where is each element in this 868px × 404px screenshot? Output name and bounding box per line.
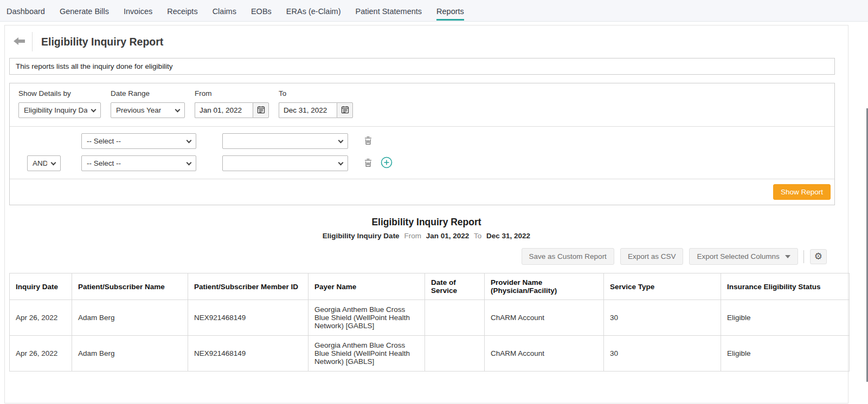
arrow-left-icon xyxy=(14,37,25,47)
trash-icon xyxy=(364,136,372,147)
cell-provider-name: ChARM Account xyxy=(485,300,604,336)
condition-1-delete-button[interactable] xyxy=(364,136,372,147)
date-range-select[interactable]: Previous Year xyxy=(111,102,185,118)
subtitle-from-value: Jan 01, 2022 xyxy=(426,232,470,240)
chevron-down-icon xyxy=(175,107,181,112)
col-date-of-service: Date of Service xyxy=(425,273,485,300)
condition-2-value-select[interactable] xyxy=(222,155,348,171)
date-range-group: Date Range Previous Year xyxy=(111,89,185,118)
cell-date-of-service xyxy=(425,336,485,372)
report-description: This reports lists all the inquiry done … xyxy=(9,58,835,75)
condition-1-value-select[interactable] xyxy=(222,133,348,149)
from-date-input[interactable] xyxy=(195,102,253,118)
date-range-label: Date Range xyxy=(111,89,185,97)
nav-item-generate-bills[interactable]: Generate Bills xyxy=(60,1,109,21)
filter-conditions: -- Select -- xyxy=(10,127,834,179)
cell-inquiry-date: Apr 26, 2022 xyxy=(10,336,72,372)
to-label: To xyxy=(279,89,353,97)
export-selected-columns-button[interactable]: Export Selected Columns xyxy=(689,248,798,265)
col-service-type: Service Type xyxy=(604,273,721,300)
from-calendar-button[interactable] xyxy=(253,102,269,118)
subtitle-to-label: To xyxy=(474,232,481,240)
table-row: Apr 26, 2022 Adam Berg NEX921468149 Geor… xyxy=(10,300,850,336)
calendar-icon xyxy=(257,106,265,115)
to-date-group: To xyxy=(279,89,353,118)
col-inquiry-date: Inquiry Date xyxy=(10,273,72,300)
cell-member-id: NEX921468149 xyxy=(188,300,308,336)
eligibility-report-table: Inquiry Date Patient/Subscriber Name Pat… xyxy=(9,273,850,372)
gear-icon: ⚙ xyxy=(814,251,822,262)
filter-footer: Show Report xyxy=(10,179,834,205)
from-date-group: From xyxy=(195,89,269,118)
show-details-by-select[interactable]: Eligibility Inquiry Da xyxy=(18,102,101,118)
save-as-custom-report-button[interactable]: Save as Custom Report xyxy=(522,248,614,265)
page-header: Eligibility Inquiry Report xyxy=(5,25,848,57)
page-title: Eligibility Inquiry Report xyxy=(41,36,163,48)
top-nav: Dashboard Generate Bills Invoices Receip… xyxy=(0,0,868,22)
cell-inquiry-date: Apr 26, 2022 xyxy=(10,300,72,336)
export-as-csv-button[interactable]: Export as CSV xyxy=(620,248,684,265)
chevron-down-icon xyxy=(338,160,344,165)
report-title: Eligibility Inquiry Report xyxy=(5,217,848,228)
chevron-down-icon xyxy=(187,138,192,143)
chevron-down-icon xyxy=(51,160,56,165)
condition-row-2: AND -- Select -- xyxy=(27,152,826,174)
cell-eligibility-status: Eligible xyxy=(721,300,850,336)
settings-button[interactable]: ⚙ xyxy=(810,249,827,264)
show-details-by-label: Show Details by xyxy=(18,89,101,97)
table-header-row: Inquiry Date Patient/Subscriber Name Pat… xyxy=(10,273,850,300)
header-divider xyxy=(32,32,33,51)
col-patient-name: Patient/Subscriber Name xyxy=(72,273,188,300)
nav-item-eobs[interactable]: EOBs xyxy=(251,1,272,21)
cell-payer-name: Georgia Anthem Blue Cross Blue Shield (W… xyxy=(308,300,425,336)
to-calendar-button[interactable] xyxy=(337,102,353,118)
filter-panel: Show Details by Eligibility Inquiry Da D… xyxy=(9,83,835,205)
col-payer-name: Payer Name xyxy=(308,273,425,300)
condition-2-delete-button[interactable] xyxy=(364,158,372,169)
to-date-input[interactable] xyxy=(279,102,337,118)
nav-item-reports[interactable]: Reports xyxy=(436,1,464,21)
nav-item-receipts[interactable]: Receipts xyxy=(167,1,197,21)
cell-payer-name: Georgia Anthem Blue Cross Blue Shield (W… xyxy=(308,336,425,372)
caret-down-icon xyxy=(785,255,790,258)
show-details-by-group: Show Details by Eligibility Inquiry Da xyxy=(18,89,101,118)
condition-1-field-select[interactable]: -- Select -- xyxy=(81,133,196,149)
nav-item-eras[interactable]: ERAs (e-Claim) xyxy=(286,1,341,21)
chevron-down-icon xyxy=(91,107,97,112)
show-report-button[interactable]: Show Report xyxy=(773,184,831,200)
cell-patient-name: Adam Berg xyxy=(72,336,188,372)
subtitle-field: Eligibility Inquiry Date xyxy=(323,232,400,240)
col-insurance-eligibility-status: Insurance Eligibility Status xyxy=(721,273,850,300)
nav-item-dashboard[interactable]: Dashboard xyxy=(7,1,45,21)
condition-2-field-select[interactable]: -- Select -- xyxy=(81,155,196,171)
trash-icon xyxy=(364,158,372,169)
from-label: From xyxy=(195,89,269,97)
plus-circle-icon xyxy=(381,157,393,170)
cell-provider-name: ChARM Account xyxy=(485,336,604,372)
subtitle-from-label: From xyxy=(404,232,421,240)
table-row: Apr 26, 2022 Adam Berg NEX921468149 Geor… xyxy=(10,336,850,372)
cell-eligibility-status: Eligible xyxy=(721,336,850,372)
report-subtitle: Eligibility Inquiry Date From Jan 01, 20… xyxy=(5,232,848,240)
cell-patient-name: Adam Berg xyxy=(72,300,188,336)
cell-service-type: 30 xyxy=(604,300,721,336)
filter-top-row: Show Details by Eligibility Inquiry Da D… xyxy=(10,83,834,126)
back-button[interactable] xyxy=(12,36,27,48)
chevron-down-icon xyxy=(338,138,344,143)
main-content-card: Eligibility Inquiry Report This reports … xyxy=(4,25,848,403)
cell-date-of-service xyxy=(425,300,485,336)
add-condition-button[interactable] xyxy=(381,157,393,170)
subtitle-to-value: Dec 31, 2022 xyxy=(486,232,530,240)
cell-service-type: 30 xyxy=(604,336,721,372)
calendar-icon xyxy=(341,106,349,115)
condition-row-1: -- Select -- xyxy=(27,130,826,152)
actions-divider xyxy=(803,250,804,263)
report-actions: Save as Custom Report Export as CSV Expo… xyxy=(5,248,827,265)
nav-item-invoices[interactable]: Invoices xyxy=(124,1,152,21)
nav-item-claims[interactable]: Claims xyxy=(213,1,236,21)
chevron-down-icon xyxy=(187,160,192,165)
nav-item-patient-statements[interactable]: Patient Statements xyxy=(356,1,422,21)
cell-member-id: NEX921468149 xyxy=(188,336,308,372)
condition-2-operator-select[interactable]: AND xyxy=(27,155,61,171)
col-provider-name: Provider Name (Physician/Facility) xyxy=(485,273,604,300)
